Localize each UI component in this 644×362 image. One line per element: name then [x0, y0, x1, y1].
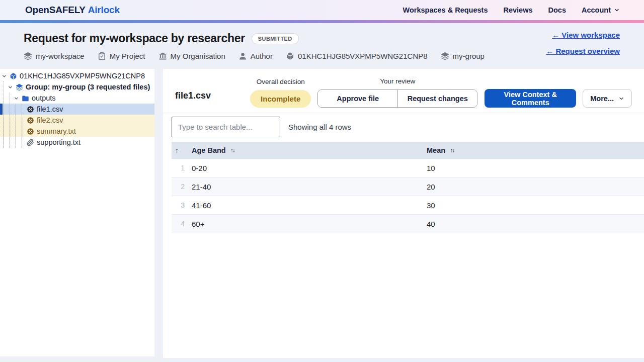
overall-decision: Overall decision Incomplete — [250, 78, 311, 108]
meta-request-id-label: 01KHC1HJG85VXPMP5WNG21CNP8 — [298, 52, 428, 60]
tree-item-label: file2.csv — [37, 116, 63, 124]
status-badge: SUBMITTED — [252, 33, 299, 44]
cube-icon — [286, 52, 294, 60]
chevron-down-icon[interactable] — [8, 84, 13, 90]
brand-logo[interactable]: OpenSAFELYAirlock — [25, 5, 120, 16]
tree-indent-guide — [4, 81, 4, 148]
request-changes-button[interactable]: Request changes — [397, 90, 477, 107]
cell-age-band: 41-60 — [192, 201, 427, 210]
folder-icon — [22, 95, 29, 102]
column-header-label: Mean — [427, 146, 445, 154]
table-row: 3 41-60 30 — [172, 196, 644, 215]
sort-ascending-icon: ↑ — [175, 146, 179, 154]
tree-item-group[interactable]: Group: my-group (3 requested files) — [0, 81, 154, 93]
layers-icon — [24, 52, 32, 60]
tree-item-outputs-folder[interactable]: outputs — [0, 93, 154, 104]
request-meta: my-workspace My Project My Organisation … — [24, 52, 620, 60]
your-review-label: Your review — [380, 77, 415, 85]
meta-group: my-group — [441, 52, 485, 60]
tree-item-label: outputs — [32, 94, 56, 102]
view-workspace-link[interactable]: ← View workspace — [552, 31, 620, 39]
brand-part2: Airlock — [88, 5, 120, 15]
tree-indent-guide — [22, 104, 22, 148]
approve-file-button[interactable]: Approve file — [318, 90, 397, 107]
nav-account-label: Account — [582, 6, 611, 14]
sort-both-icon: ↑↓ — [230, 147, 234, 154]
meta-request-id: 01KHC1HJG85VXPMP5WNG21CNP8 — [286, 52, 428, 60]
more-button[interactable]: More... — [583, 89, 632, 108]
column-header-age-band[interactable]: Age Band ↑↓ — [192, 146, 427, 154]
nav-item-docs[interactable]: Docs — [548, 6, 566, 14]
table-header-row: ↑ Age Band ↑↓ Mean ↑↓ — [172, 142, 644, 159]
file-chart-icon — [27, 106, 34, 113]
row-number: 2 — [172, 183, 192, 191]
column-header-mean[interactable]: Mean ↑↓ — [427, 146, 644, 154]
tree-item-label: summary.txt — [37, 127, 76, 135]
tree-item-file1[interactable]: file1.csv — [0, 104, 154, 115]
clipboard-icon — [98, 52, 106, 60]
meta-workspace-label: my-workspace — [36, 52, 85, 60]
table-row: 4 60+ 40 — [172, 215, 644, 233]
user-icon — [238, 52, 247, 60]
data-table: ↑ Age Band ↑↓ Mean ↑↓ 1 0-20 10 2 21-40 … — [172, 142, 644, 233]
overall-decision-label: Overall decision — [257, 78, 305, 85]
cell-mean: 40 — [427, 220, 644, 228]
search-input[interactable] — [172, 117, 280, 137]
cell-mean: 20 — [427, 183, 644, 191]
nav-item-reviews[interactable]: Reviews — [503, 6, 532, 14]
table-toolbar: Showing all 4 rows — [163, 113, 644, 137]
file-tree-sidebar: 01KHC1HJG85VXPMP5WNG21CNP8 Group: my-gro… — [0, 69, 154, 356]
row-number-sort-header[interactable]: ↑ — [172, 146, 192, 154]
row-count-status: Showing all 4 rows — [288, 123, 351, 131]
your-review: Your review Approve file Request changes — [317, 77, 477, 108]
tree-item-supporting[interactable]: supporting.txt — [0, 137, 154, 148]
request-overview-link[interactable]: ← Request overview — [546, 47, 620, 55]
file-chart-icon — [27, 128, 34, 135]
sort-both-icon: ↑↓ — [450, 147, 454, 154]
tree-item-file2[interactable]: file2.csv — [0, 115, 154, 126]
request-header: Request for my-workspace by researcher S… — [0, 23, 644, 69]
more-button-label: More... — [590, 95, 614, 103]
nav-item-workspaces-requests[interactable]: Workspaces & Requests — [403, 6, 488, 14]
top-nav: OpenSAFELYAirlock Workspaces & Requests … — [0, 0, 644, 20]
tree-item-summary[interactable]: summary.txt — [0, 126, 154, 137]
cell-mean: 30 — [427, 201, 644, 210]
brand-part1: OpenSAFELY — [25, 5, 86, 15]
meta-organisation: My Organisation — [158, 52, 225, 60]
file-title: file1.csv — [175, 90, 211, 101]
tree-indent-guide — [16, 104, 16, 148]
tree-item-request-id[interactable]: 01KHC1HJG85VXPMP5WNG21CNP8 — [0, 70, 154, 81]
view-context-comments-button[interactable]: View Context & Comments — [485, 89, 576, 108]
chevron-down-icon — [618, 96, 624, 102]
meta-project-label: My Project — [110, 52, 145, 60]
meta-workspace: my-workspace — [24, 52, 85, 60]
tree-indent-guide — [10, 93, 10, 148]
tree-item-label: Group: my-group (3 requested files) — [26, 83, 150, 91]
row-number: 4 — [172, 220, 192, 228]
file-header: file1.csv Overall decision Incomplete Yo… — [163, 69, 644, 113]
nav-item-account[interactable]: Account — [582, 6, 620, 14]
chevron-down-icon[interactable] — [2, 73, 7, 79]
cell-age-band: 21-40 — [192, 183, 427, 191]
layers-icon — [441, 52, 449, 60]
page-title: Request for my-workspace by researcher — [24, 32, 245, 45]
table-row: 2 21-40 20 — [172, 177, 644, 196]
tree-item-label: 01KHC1HJG85VXPMP5WNG21CNP8 — [20, 72, 145, 80]
column-header-label: Age Band — [192, 146, 226, 154]
file-tree: 01KHC1HJG85VXPMP5WNG21CNP8 Group: my-gro… — [0, 70, 154, 148]
file-detail-panel: file1.csv Overall decision Incomplete Yo… — [163, 69, 644, 358]
cell-mean: 10 — [427, 164, 644, 172]
row-number: 3 — [172, 201, 192, 209]
chevron-down-icon[interactable] — [14, 96, 19, 101]
meta-group-label: my-group — [453, 52, 485, 60]
table-row: 1 0-20 10 — [172, 159, 644, 177]
top-nav-items: Workspaces & Requests Reviews Docs Accou… — [403, 6, 620, 14]
paperclip-icon — [27, 139, 34, 146]
chevron-down-icon — [614, 7, 620, 13]
meta-project: My Project — [98, 52, 145, 60]
meta-author-label: Author — [251, 52, 273, 60]
file-chart-icon — [27, 117, 34, 124]
cube-icon — [10, 72, 17, 80]
decision-incomplete-badge: Incomplete — [250, 90, 311, 108]
cell-age-band: 60+ — [192, 220, 427, 228]
